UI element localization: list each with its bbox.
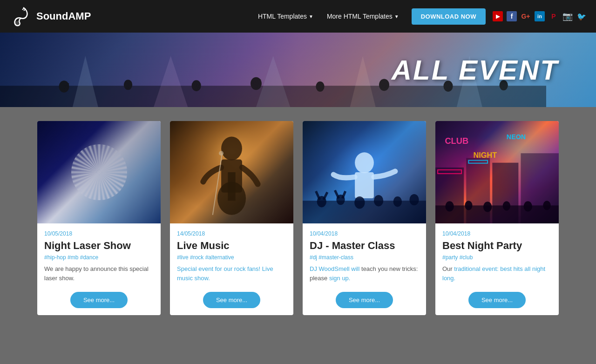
card-footer-laser: See more... bbox=[37, 287, 161, 315]
card-body-dj: 10/04/2018 DJ - Master Class #dj #master… bbox=[303, 223, 426, 287]
svg-point-49 bbox=[409, 194, 419, 205]
brand-logo[interactable]: SoundAMP bbox=[9, 5, 91, 27]
svg-text:NEON: NEON bbox=[507, 133, 526, 141]
card-image-party: CLUB NEON NIGHT bbox=[435, 121, 559, 223]
svg-marker-28 bbox=[73, 56, 98, 107]
svg-point-67 bbox=[503, 201, 510, 210]
card-title-laser: Night Laser Show bbox=[44, 240, 154, 252]
card-image-music bbox=[170, 121, 293, 223]
svg-text:CLUB: CLUB bbox=[445, 136, 468, 146]
svg-point-66 bbox=[483, 202, 492, 212]
card-tags-laser: #hip-hop #mb #dance bbox=[44, 254, 154, 261]
see-more-music[interactable]: See more... bbox=[203, 292, 260, 308]
guitar-icon bbox=[9, 5, 32, 27]
brand-name: SoundAMP bbox=[36, 10, 91, 22]
card-desc-party: Our traditional event: best hits all nig… bbox=[442, 264, 552, 283]
linkedin-icon[interactable]: in bbox=[535, 11, 545, 21]
card-desc-dj: DJ WoodSmell will teach you new tricks: … bbox=[310, 264, 419, 283]
svg-point-47 bbox=[374, 195, 383, 206]
card-date-laser: 10/05/2018 bbox=[44, 230, 154, 237]
card-date-party: 10/04/2018 bbox=[442, 230, 552, 237]
card-party: CLUB NEON NIGHT 1 bbox=[435, 121, 559, 315]
see-more-dj[interactable]: See more... bbox=[336, 292, 393, 308]
party-link[interactable]: traditional event: best hits all night l… bbox=[442, 265, 545, 282]
music-desc-link[interactable]: Special event for our rock fans! Live mu… bbox=[177, 265, 273, 282]
twitter-icon[interactable]: 🐦 bbox=[576, 11, 587, 21]
youtube-icon[interactable]: ▶ bbox=[493, 11, 503, 21]
card-title-party: Best Night Party bbox=[442, 240, 552, 252]
card-footer-music: See more... bbox=[170, 287, 293, 315]
card-tags-dj: #dj #master-class bbox=[310, 254, 419, 261]
svg-marker-29 bbox=[154, 56, 188, 107]
download-button[interactable]: DOWNLOAD NOW bbox=[412, 8, 486, 25]
card-tags-party: #party #club bbox=[442, 254, 552, 261]
card-body-laser: 10/05/2018 Night Laser Show #hip-hop #mb… bbox=[37, 223, 161, 287]
svg-point-64 bbox=[445, 201, 454, 211]
see-more-laser[interactable]: See more... bbox=[70, 292, 128, 308]
card-dj: 10/04/2018 DJ - Master Class #dj #master… bbox=[303, 121, 426, 315]
svg-line-1 bbox=[22, 8, 24, 10]
google-icon[interactable]: G+ bbox=[521, 11, 531, 21]
svg-point-69 bbox=[543, 201, 550, 210]
card-title-dj: DJ - Master Class bbox=[310, 240, 419, 252]
dj-link-1[interactable]: DJ WoodSmell will bbox=[310, 265, 359, 272]
dropdown-arrow-1: ▼ bbox=[309, 14, 313, 19]
card-title-music: Live Music bbox=[177, 240, 286, 252]
music-figure bbox=[170, 121, 293, 223]
card-footer-party: See more... bbox=[435, 287, 559, 315]
svg-point-41 bbox=[355, 152, 374, 173]
svg-rect-42 bbox=[355, 172, 374, 198]
cards-section: 10/05/2018 Night Laser Show #hip-hop #mb… bbox=[0, 107, 596, 334]
svg-point-39 bbox=[219, 151, 224, 155]
party-scene: CLUB NEON NIGHT bbox=[435, 121, 559, 223]
svg-rect-37 bbox=[228, 172, 235, 201]
pinterest-icon[interactable]: P bbox=[549, 11, 559, 21]
svg-point-68 bbox=[524, 201, 532, 211]
dj-link-2[interactable]: sign up. bbox=[329, 275, 351, 282]
card-desc-music: Special event for our rock fans! Live mu… bbox=[177, 264, 286, 283]
hero-title: ALL EVENT bbox=[392, 54, 559, 86]
card-live-music: 14/05/2018 Live Music #live #rock #alter… bbox=[170, 121, 293, 315]
card-laser: 10/05/2018 Night Laser Show #hip-hop #mb… bbox=[37, 121, 161, 315]
svg-rect-63 bbox=[435, 205, 559, 223]
svg-point-48 bbox=[393, 196, 402, 207]
svg-line-2 bbox=[24, 9, 26, 11]
card-footer-dj: See more... bbox=[303, 287, 426, 315]
social-links: ▶ f G+ in P 📷 🐦 bbox=[493, 11, 587, 21]
card-body-party: 10/04/2018 Best Night Party #party #club… bbox=[435, 223, 559, 287]
dropdown-arrow-2: ▼ bbox=[394, 14, 399, 19]
html-templates-link[interactable]: HTML Templates ▼ bbox=[252, 9, 319, 24]
card-image-laser bbox=[37, 121, 161, 223]
svg-point-34 bbox=[221, 137, 242, 161]
svg-point-65 bbox=[465, 201, 472, 210]
instagram-icon[interactable]: 📷 bbox=[562, 11, 573, 21]
dj-figure bbox=[303, 121, 426, 223]
card-desc-laser: We are happy to announce this special la… bbox=[44, 264, 154, 283]
more-html-templates-link[interactable]: More HTML Templates ▼ bbox=[321, 9, 405, 24]
svg-point-0 bbox=[15, 21, 20, 26]
see-more-party[interactable]: See more... bbox=[468, 292, 526, 308]
card-tags-music: #live #rock #alternative bbox=[177, 254, 286, 261]
navbar: SoundAMP HTML Templates ▼ More HTML Temp… bbox=[0, 0, 596, 33]
svg-point-46 bbox=[354, 196, 365, 209]
facebook-icon[interactable]: f bbox=[507, 11, 517, 21]
card-body-music: 14/05/2018 Live Music #live #rock #alter… bbox=[170, 223, 293, 287]
card-date-music: 14/05/2018 bbox=[177, 230, 286, 237]
card-image-dj bbox=[303, 121, 426, 223]
svg-marker-31 bbox=[350, 56, 376, 107]
card-date-dj: 10/04/2018 bbox=[310, 230, 419, 237]
hero-banner: ALL EVENT bbox=[0, 33, 596, 107]
nav-links: HTML Templates ▼ More HTML Templates ▼ D… bbox=[252, 8, 486, 25]
